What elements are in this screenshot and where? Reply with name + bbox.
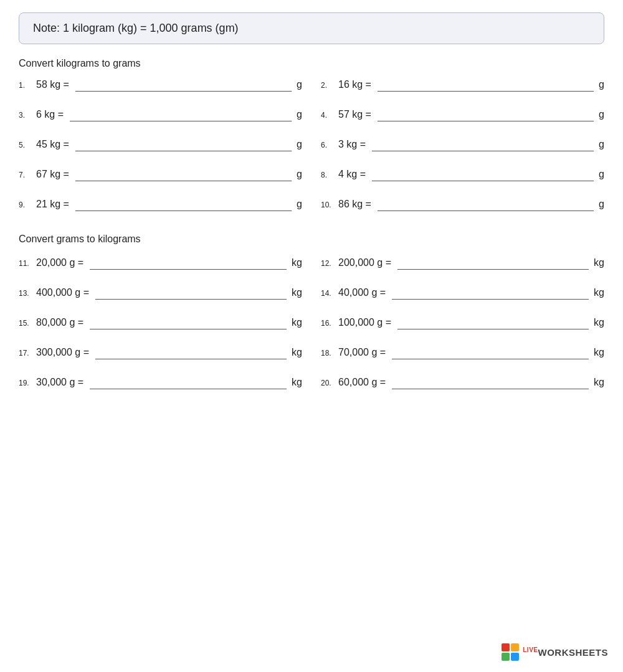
problem-row: 2.16 kg =g [321, 78, 604, 92]
problem-text: 40,000 g = [338, 287, 386, 298]
problem-number: 19. [19, 379, 36, 387]
problem-text: 60,000 g = [338, 377, 386, 388]
answer-input[interactable] [392, 286, 589, 300]
logo-icon-orange [511, 643, 519, 651]
note-box: Note: 1 kilogram (kg) = 1,000 grams (gm) [19, 12, 604, 44]
answer-input[interactable] [75, 138, 292, 151]
problem-number: 13. [19, 289, 36, 298]
problem-number: 8. [321, 171, 338, 179]
problem-row: 10.86 kg =g [321, 197, 604, 211]
problem-row: 7.67 kg =g [19, 168, 302, 181]
answer-input[interactable] [397, 256, 589, 270]
unit-label: g [297, 199, 302, 210]
problem-row: 12.200,000 g =kg [321, 256, 604, 270]
logo-icon-red [502, 643, 510, 651]
answer-input[interactable] [90, 256, 287, 270]
answer-input[interactable] [75, 168, 292, 181]
problem-row: 8.4 kg =g [321, 168, 604, 181]
logo-icon [502, 643, 519, 661]
answer-input[interactable] [378, 197, 594, 211]
logo-icon-blue [511, 653, 519, 661]
answer-input[interactable] [392, 346, 589, 359]
unit-label: kg [292, 377, 302, 388]
answer-input[interactable] [90, 376, 287, 389]
problem-row: 4.57 kg =g [321, 108, 604, 121]
problem-number: 3. [19, 111, 36, 120]
problem-text: 100,000 g = [338, 317, 391, 328]
problem-number: 6. [321, 141, 338, 149]
unit-label: kg [594, 287, 604, 298]
answer-input[interactable] [397, 316, 589, 329]
section1-problems-grid: 1.58 kg =g2.16 kg =g3.6 kg =g4.57 kg =g5… [19, 78, 604, 227]
section1-title: Convert kilograms to grams [19, 58, 604, 69]
problem-number: 14. [321, 289, 338, 298]
answer-input[interactable] [372, 138, 594, 151]
problem-number: 15. [19, 319, 36, 328]
answer-input[interactable] [70, 108, 292, 121]
problem-number: 1. [19, 81, 36, 90]
note-text: Note: 1 kilogram (kg) = 1,000 grams (gm) [33, 22, 239, 34]
unit-label: kg [292, 317, 302, 328]
problem-text: 20,000 g = [36, 257, 83, 268]
unit-label: kg [292, 287, 302, 298]
unit-label: kg [594, 377, 604, 388]
problem-text: 21 kg = [36, 199, 69, 210]
problem-row: 16.100,000 g =kg [321, 316, 604, 329]
section2-title: Convert grams to kilograms [19, 234, 604, 245]
answer-input[interactable] [75, 78, 292, 92]
problem-text: 400,000 g = [36, 287, 89, 298]
problem-row: 5.45 kg =g [19, 138, 302, 151]
unit-label: g [599, 169, 604, 180]
unit-label: kg [594, 257, 604, 268]
problem-row: 9.21 kg =g [19, 197, 302, 211]
problem-number: 4. [321, 111, 338, 120]
unit-label: g [297, 109, 302, 120]
problem-text: 57 kg = [338, 109, 371, 120]
logo-live-text: LIVE [523, 646, 538, 653]
unit-label: g [297, 169, 302, 180]
unit-label: kg [292, 257, 302, 268]
answer-input[interactable] [95, 346, 287, 359]
problem-number: 17. [19, 349, 36, 357]
problem-text: 67 kg = [36, 169, 69, 180]
unit-label: kg [594, 347, 604, 358]
problem-number: 2. [321, 81, 338, 90]
problem-row: 20.60,000 g =kg [321, 376, 604, 389]
answer-input[interactable] [95, 286, 287, 300]
problem-text: 58 kg = [36, 79, 69, 90]
problem-text: 4 kg = [338, 169, 366, 180]
unit-label: g [599, 109, 604, 120]
problem-text: 30,000 g = [36, 377, 83, 388]
unit-label: kg [594, 317, 604, 328]
problem-text: 16 kg = [338, 79, 371, 90]
logo-icon-green [502, 653, 510, 661]
problem-number: 11. [19, 259, 36, 268]
problem-number: 12. [321, 259, 338, 268]
problem-text: 80,000 g = [36, 317, 83, 328]
answer-input[interactable] [90, 316, 287, 329]
unit-label: g [599, 79, 604, 90]
problem-text: 200,000 g = [338, 257, 391, 268]
answer-input[interactable] [378, 108, 594, 121]
problem-row: 1.58 kg =g [19, 78, 302, 92]
logo-text: LIVEWORKSHEETS [523, 646, 608, 658]
problem-row: 14.40,000 g =kg [321, 286, 604, 300]
problem-number: 10. [321, 201, 338, 209]
unit-label: g [297, 139, 302, 150]
problem-text: 86 kg = [338, 199, 371, 210]
section2-problems-grid: 11.20,000 g =kg12.200,000 g =kg13.400,00… [19, 256, 604, 405]
answer-input[interactable] [378, 78, 594, 92]
problem-number: 7. [19, 171, 36, 179]
unit-label: g [297, 79, 302, 90]
problem-text: 70,000 g = [338, 347, 386, 358]
problem-row: 13.400,000 g =kg [19, 286, 302, 300]
problem-number: 9. [19, 201, 36, 209]
unit-label: g [599, 139, 604, 150]
answer-input[interactable] [75, 197, 292, 211]
answer-input[interactable] [392, 376, 589, 389]
problem-number: 20. [321, 379, 338, 387]
liveworksheets-logo: LIVEWORKSHEETS [502, 643, 608, 661]
problem-row: 6.3 kg =g [321, 138, 604, 151]
answer-input[interactable] [372, 168, 594, 181]
problem-number: 5. [19, 141, 36, 149]
